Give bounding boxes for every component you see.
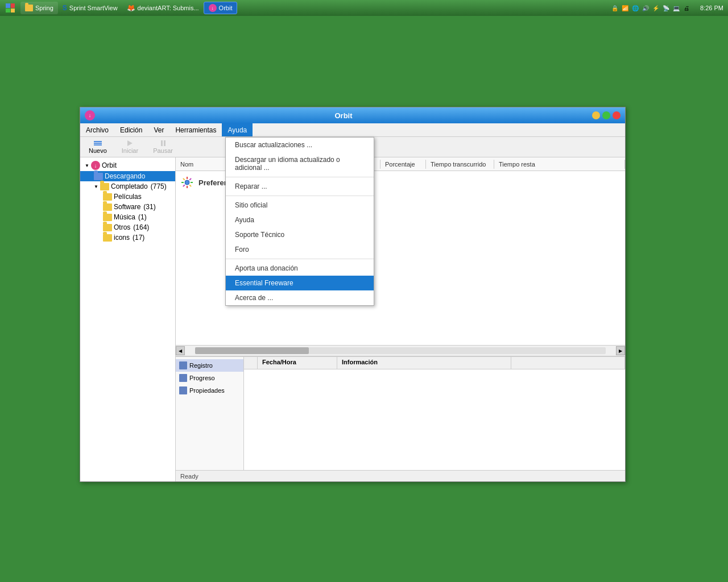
progreso-icon — [179, 374, 187, 382]
window-controls — [592, 111, 621, 119]
folder-icon — [94, 173, 103, 180]
bottom-content: Fecha/Hora Información — [244, 357, 625, 470]
bottom-tabs: Registro Progreso Propiedades — [176, 357, 244, 470]
svg-line-11 — [189, 178, 191, 180]
tray-icon-6: 📡 — [661, 3, 671, 13]
col-fecha-hora: Fecha/Hora — [258, 357, 337, 369]
menu-donacion[interactable]: Aporta una donación — [226, 261, 374, 276]
folder-peliculas-icon — [103, 193, 112, 201]
expand-arrow-2: ▼ — [94, 184, 98, 189]
svg-line-9 — [183, 178, 185, 180]
svg-rect-1 — [11, 3, 15, 8]
tray-icon-2: 📶 — [621, 3, 630, 13]
svg-rect-3 — [11, 9, 15, 13]
minimize-button[interactable] — [592, 111, 600, 119]
maximize-button[interactable] — [602, 111, 610, 119]
tree-software[interactable]: Software (31) — [80, 202, 175, 212]
play-icon — [127, 140, 133, 146]
taskbar-orbit[interactable]: ↓ Orbit — [204, 2, 238, 14]
col-tiempo-transcurrido: Tiempo transcurrido — [426, 160, 494, 169]
scroll-track[interactable] — [195, 347, 606, 354]
window-title: Orbit — [98, 111, 589, 120]
system-tray: 🔒 📶 🌐 🔊 ⚡ 📡 💻 🖨 — [610, 3, 696, 13]
statusbar: Ready — [176, 470, 625, 481]
taskbar: Spring S Sprint SmartView 🦊 deviantART: … — [0, 0, 728, 16]
taskbar-smartview[interactable]: S Sprint SmartView — [58, 2, 122, 14]
menu-ayuda[interactable]: Ayuda — [222, 123, 253, 136]
col-informacion: Información — [337, 357, 511, 369]
prefs-icon — [180, 176, 194, 189]
start-button: Iniciar — [115, 139, 144, 156]
new-icon — [93, 140, 103, 146]
tree-otros[interactable]: Otros (164) — [80, 222, 175, 232]
menu-reparar[interactable]: Reparar ... — [226, 179, 374, 194]
col-extra — [511, 357, 625, 369]
svg-point-4 — [185, 180, 189, 185]
scroll-thumb[interactable] — [195, 347, 309, 354]
tree-peliculas[interactable]: Películas — [80, 192, 175, 202]
folder-musica-icon — [103, 214, 112, 221]
menubar: Archivo Edición Ver Herramientas Ayuda — [80, 123, 625, 137]
new-button[interactable]: Nuevo — [82, 139, 113, 156]
tray-icon-1: 🔒 — [610, 3, 619, 13]
menu-buscar-actualizaciones[interactable]: Buscar actualizaciones ... — [226, 138, 374, 152]
scroll-left-btn[interactable]: ◀ — [176, 346, 185, 355]
file-tree: ▼ Orbit Descargando ▼ Completado (775) P… — [80, 157, 176, 481]
menu-acerca-de[interactable]: Acerca de ... — [226, 290, 374, 305]
folder-software-icon — [103, 203, 112, 211]
menu-edicion[interactable]: Edición — [114, 123, 148, 136]
close-button[interactable] — [613, 111, 621, 119]
taskbar-deviantart[interactable]: 🦊 deviantART: Submis... — [122, 2, 204, 14]
divider-3 — [226, 259, 374, 259]
orbit-app-icon — [91, 161, 100, 170]
menu-archivo[interactable]: Archivo — [80, 123, 114, 136]
taskbar-time: 8:26 PM — [696, 5, 728, 11]
svg-line-12 — [183, 185, 185, 186]
menu-herramientas[interactable]: Herramientas — [169, 123, 222, 136]
menu-sitio-oficial[interactable]: Sitio oficial — [226, 198, 374, 213]
window-app-icon: ↓ — [85, 110, 95, 120]
bottom-area: Registro Progreso Propiedades — [176, 356, 625, 470]
window-titlebar: ↓ Orbit — [80, 107, 625, 123]
expand-arrow: ▼ — [85, 163, 89, 168]
registro-icon — [179, 361, 187, 369]
folder-icon-2 — [100, 183, 109, 190]
pause-icon — [161, 140, 166, 146]
menu-descargar-idioma[interactable]: Descargar un idioma actualizado o adicio… — [226, 152, 374, 175]
tab-progreso[interactable]: Progreso — [176, 372, 243, 384]
tray-icon-3: 🌐 — [631, 3, 640, 13]
menu-essential-freeware[interactable]: Essential Freeware — [226, 276, 374, 290]
tree-root[interactable]: ▼ Orbit — [80, 160, 175, 171]
menu-foro[interactable]: Foro — [226, 242, 374, 257]
tray-icon-4: 🔊 — [641, 3, 650, 13]
svg-rect-2 — [6, 9, 10, 13]
tree-musica[interactable]: Música (1) — [80, 212, 175, 222]
horizontal-scrollbar[interactable]: ◀ ▶ — [176, 345, 625, 356]
status-text: Ready — [180, 473, 198, 480]
tab-registro[interactable]: Registro — [176, 359, 243, 372]
scroll-right-btn[interactable]: ▶ — [616, 346, 625, 355]
menu-soporte-tecnico[interactable]: Soporte Técnico — [226, 227, 374, 242]
pause-button: Pausar — [147, 139, 179, 156]
menu-ayuda[interactable]: Ayuda — [226, 213, 374, 227]
tab-propiedades[interactable]: Propiedades — [176, 384, 243, 397]
col-tiempo-restante: Tiempo resta — [494, 160, 625, 169]
taskbar-spring[interactable]: Spring — [20, 2, 58, 14]
tray-icon-5: ⚡ — [651, 3, 660, 13]
svg-rect-0 — [6, 3, 10, 8]
main-window: ↓ Orbit Archivo Edición Ver Herramientas… — [80, 107, 626, 482]
propiedades-icon — [179, 386, 187, 394]
tray-icon-7: 💻 — [672, 3, 681, 13]
tree-completed[interactable]: ▼ Completado (775) — [80, 181, 175, 192]
ayuda-dropdown: Buscar actualizaciones ... Descargar un … — [225, 137, 374, 306]
desktop: ↓ Orbit Archivo Edición Ver Herramientas… — [0, 16, 728, 582]
taskbar-start-btn[interactable] — [2, 1, 18, 15]
divider-1 — [226, 177, 374, 177]
tree-icons[interactable]: icons (17) — [80, 232, 175, 243]
tree-downloading[interactable]: Descargando — [80, 171, 175, 181]
folder-otros-icon — [103, 224, 112, 231]
menu-ver[interactable]: Ver — [148, 123, 169, 136]
divider-2 — [226, 196, 374, 196]
bottom-table-header: Fecha/Hora Información — [244, 357, 625, 369]
folder-icons-icon — [103, 234, 112, 242]
